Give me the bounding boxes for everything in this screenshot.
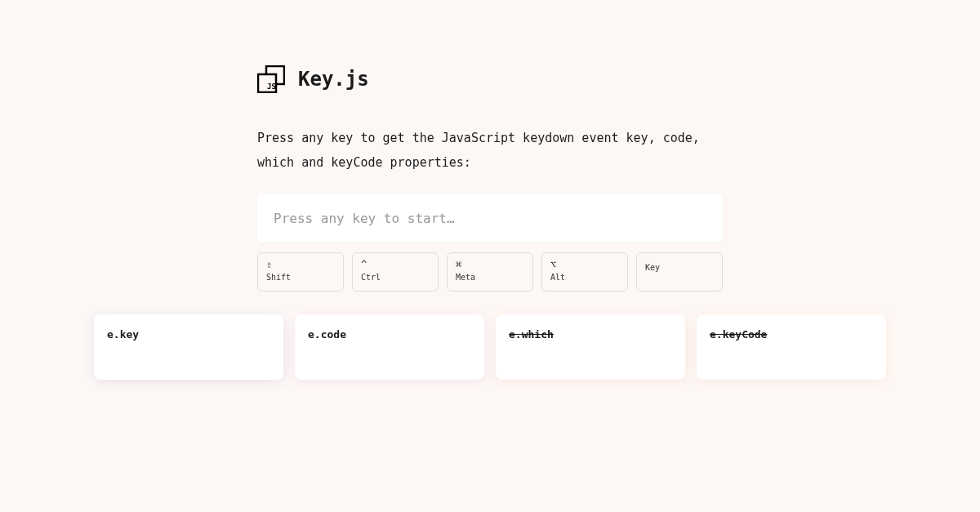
ctrl-icon: ^: [361, 260, 430, 269]
modifier-key-ctrl[interactable]: ^ Ctrl: [352, 252, 439, 292]
modifier-label: Key: [645, 263, 714, 272]
description-text: Press any key to get the JavaScript keyd…: [257, 126, 723, 175]
alt-icon: ⌥: [550, 260, 619, 269]
modifier-key-shift[interactable]: ⇧ Shift: [257, 252, 344, 292]
card-label: e.which: [509, 328, 554, 341]
card-e-which: e.which: [496, 314, 685, 380]
card-e-code: e.code: [295, 314, 484, 380]
modifier-label: Ctrl: [361, 273, 430, 282]
property-cards-row: e.key e.code e.which e.keyCode: [0, 314, 980, 380]
card-label: e.key: [107, 328, 139, 341]
card-e-key: e.key: [94, 314, 283, 380]
card-label: e.keyCode: [710, 328, 767, 341]
keypress-input[interactable]: [274, 211, 706, 226]
modifier-keys-row: ⇧ Shift ^ Ctrl ⌘ Meta ⌥ Alt Key: [257, 252, 723, 292]
shift-icon: ⇧: [266, 260, 335, 269]
meta-icon: ⌘: [456, 260, 524, 269]
modifier-key-key[interactable]: Key: [636, 252, 723, 292]
keypress-input-container: [257, 194, 723, 243]
modifier-key-alt[interactable]: ⌥ Alt: [541, 252, 628, 292]
modifier-key-meta[interactable]: ⌘ Meta: [447, 252, 533, 292]
page-title: Key.js: [298, 68, 369, 91]
svg-text:JS: JS: [267, 82, 276, 91]
modifier-label: Alt: [550, 273, 619, 282]
header: JS Key.js: [257, 65, 723, 93]
modifier-label: Meta: [456, 273, 524, 282]
card-label: e.code: [308, 328, 346, 341]
keyjs-logo-icon: JS: [257, 65, 285, 93]
card-e-keycode: e.keyCode: [697, 314, 886, 380]
modifier-label: Shift: [266, 273, 335, 282]
